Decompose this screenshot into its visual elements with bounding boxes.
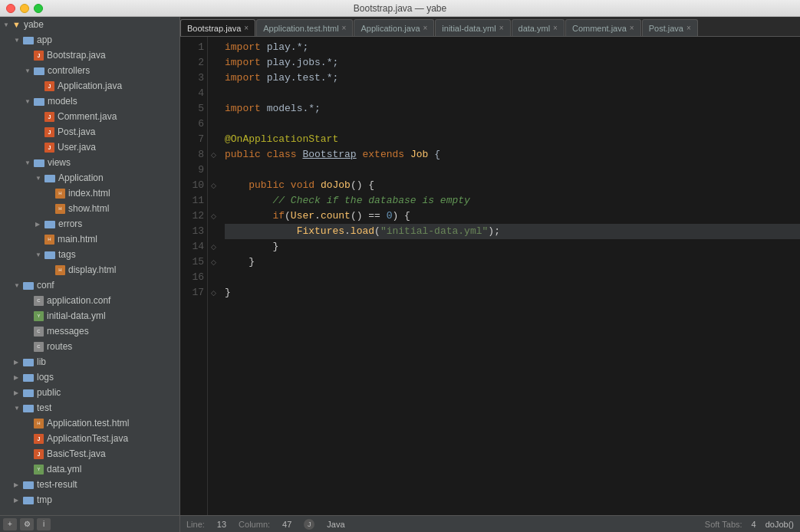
tree-item-Post-java[interactable]: JPost.java <box>0 124 179 140</box>
tab-label: initial-data.yml <box>442 24 495 33</box>
status-right: Soft Tabs: 4 doJob() <box>705 520 794 529</box>
tab-label: Comment.java <box>572 24 627 33</box>
info-button[interactable]: i <box>37 518 51 530</box>
status-soft-tabs-label: Soft Tabs: <box>705 520 742 529</box>
code-line-6 <box>225 117 800 132</box>
tree-item-controllers[interactable]: ▼controllers <box>0 63 179 78</box>
status-language: Java <box>327 520 344 529</box>
tree-item-routes[interactable]: Croutes <box>0 339 179 354</box>
code-line-10: public void doJob() { <box>225 178 800 193</box>
fold-gutter: ◇◇◇◇◇◇ <box>208 37 219 515</box>
tab-bootstrap-java[interactable]: Bootstrap.java × <box>180 19 255 36</box>
tab-label: Post.java <box>649 24 683 33</box>
tree-item-BasicTest-java[interactable]: JBasicTest.java <box>0 446 179 461</box>
code-line-8: public class Bootstrap extends Job { <box>225 147 800 163</box>
tree-item-ApplicationTest-java[interactable]: JApplicationTest.java <box>0 431 179 446</box>
tree-item-Application-test-html[interactable]: HApplication.test.html <box>0 415 179 431</box>
tree-item-data-yml[interactable]: Ydata.yml <box>0 461 179 477</box>
add-button[interactable]: + <box>3 518 17 530</box>
tab-application-test-html[interactable]: Application.test.html × <box>256 19 353 36</box>
tab-comment-java[interactable]: Comment.java × <box>565 19 641 36</box>
tree-item-test[interactable]: ▼test <box>0 400 179 415</box>
code-line-13: Fixtures.load("initial-data.yml"); <box>225 224 800 239</box>
fold-marker[interactable]: ◇ <box>208 178 219 193</box>
tree-item-errors[interactable]: ▶errors <box>0 216 179 232</box>
tree-item-index-html[interactable]: Hindex.html <box>0 186 179 201</box>
tree-item-Comment-java[interactable]: JComment.java <box>0 109 179 124</box>
tab-close-icon[interactable]: × <box>686 24 691 32</box>
tree-item-conf[interactable]: ▼conf <box>0 277 179 293</box>
tree-item-models[interactable]: ▼models <box>0 94 179 109</box>
tree-item-display-html[interactable]: Hdisplay.html <box>0 262 179 277</box>
title-bar: Bootstrap.java — yabe <box>0 0 800 17</box>
tab-close-icon[interactable]: × <box>423 24 428 32</box>
tree-item-Application-java[interactable]: JApplication.java <box>0 78 179 94</box>
fold-marker[interactable]: ◇ <box>208 147 219 163</box>
code-line-5: import models.*; <box>225 101 800 117</box>
window-controls <box>6 4 43 13</box>
fold-marker[interactable]: ◇ <box>208 285 219 300</box>
file-tree[interactable]: ▼▼yabe▼appJBootstrap.java▼controllersJAp… <box>0 17 180 515</box>
tab-close-icon[interactable]: × <box>553 24 558 32</box>
tree-item-views[interactable]: ▼views <box>0 155 179 170</box>
tab-data-yml[interactable]: data.yml × <box>512 19 565 36</box>
status-col-num: 47 <box>282 520 291 529</box>
minimize-button[interactable] <box>20 4 29 13</box>
tree-item-public[interactable]: ▶public <box>0 385 179 400</box>
tab-label: data.yml <box>519 24 551 33</box>
code-editor[interactable]: 1234567891011121314151617 ◇◇◇◇◇◇ import … <box>180 37 800 515</box>
code-line-16 <box>225 270 800 285</box>
tree-item-lib[interactable]: ▶lib <box>0 354 179 369</box>
tab-close-icon[interactable]: × <box>630 24 634 32</box>
code-line-4 <box>225 86 800 101</box>
code-line-3: import play.test.*; <box>225 71 800 86</box>
code-line-11: // Check if the database is empty <box>225 193 800 209</box>
tree-item-main-html[interactable]: Hmain.html <box>0 232 179 247</box>
status-col-label: Column: <box>239 520 270 529</box>
status-line-label: Line: <box>186 520 205 529</box>
tree-item-test-result[interactable]: ▶test-result <box>0 477 179 492</box>
tree-item-Bootstrap-java[interactable]: JBootstrap.java <box>0 48 179 63</box>
tree-item-tmp[interactable]: ▶tmp <box>0 492 179 507</box>
tree-item-application-conf[interactable]: Capplication.conf <box>0 293 179 308</box>
tabs-bar: Bootstrap.java × Application.test.html ×… <box>180 17 800 37</box>
code-line-14: } <box>225 239 800 255</box>
fold-marker[interactable]: ◇ <box>208 209 219 224</box>
code-content[interactable]: import play.*;import play.jobs.*;import … <box>219 37 800 515</box>
line-numbers: 1234567891011121314151617 <box>180 37 208 515</box>
tree-item-User-java[interactable]: JUser.java <box>0 140 179 155</box>
code-line-9 <box>225 163 800 178</box>
window-title: Bootstrap.java — yabe <box>354 3 446 14</box>
code-line-15: } <box>225 255 800 270</box>
tree-item-initial-data-yml[interactable]: Yinitial-data.yml <box>0 308 179 323</box>
code-area: Bootstrap.java × Application.test.html ×… <box>180 17 800 515</box>
code-line-7: @OnApplicationStart <box>225 132 800 147</box>
sidebar-bottom: + ⚙ i <box>0 515 180 532</box>
tab-close-icon[interactable]: × <box>342 24 347 32</box>
code-line-17: } <box>225 285 800 300</box>
tree-item-app[interactable]: ▼app <box>0 32 179 48</box>
tab-close-icon[interactable]: × <box>244 24 249 32</box>
tab-application-java[interactable]: Application.java × <box>354 19 434 36</box>
fold-marker[interactable]: ◇ <box>208 255 219 270</box>
tab-label: Application.java <box>360 24 420 33</box>
tree-item-messages[interactable]: Cmessages <box>0 323 179 339</box>
tree-item-tags[interactable]: ▼tags <box>0 247 179 262</box>
status-line-num: 13 <box>217 520 226 529</box>
tab-label: Application.test.html <box>263 24 338 33</box>
tab-post-java[interactable]: Post.java × <box>642 19 698 36</box>
tree-item-yabe[interactable]: ▼▼yabe <box>0 17 179 32</box>
settings-button[interactable]: ⚙ <box>20 518 34 530</box>
main-container: ▼▼yabe▼appJBootstrap.java▼controllersJAp… <box>0 17 800 515</box>
tab-close-icon[interactable]: × <box>499 24 504 32</box>
bottom-bar-wrapper: + ⚙ i Line: 13 Column: 47 J Java Soft Ta… <box>0 515 800 532</box>
java-icon: J <box>304 519 314 530</box>
tree-item-logs[interactable]: ▶logs <box>0 369 179 385</box>
fold-marker[interactable]: ◇ <box>208 239 219 255</box>
tree-item-Application[interactable]: ▼Application <box>0 170 179 186</box>
maximize-button[interactable] <box>34 4 43 13</box>
tree-item-show-html[interactable]: Hshow.html <box>0 201 179 216</box>
tab-initial-data-yml[interactable]: initial-data.yml × <box>435 19 510 36</box>
status-bar: Line: 13 Column: 47 J Java Soft Tabs: 4 … <box>180 515 800 532</box>
close-button[interactable] <box>6 4 15 13</box>
